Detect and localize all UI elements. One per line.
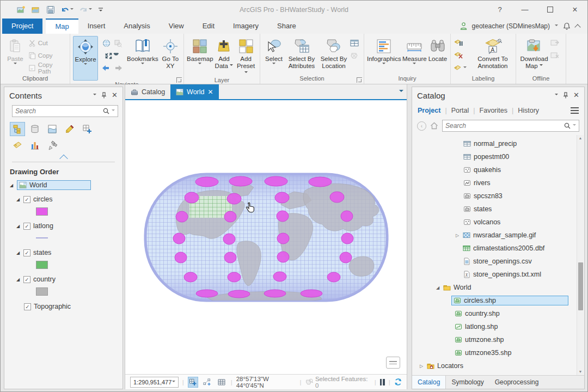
add-preset-button[interactable]: Add Preset xyxy=(235,36,257,76)
contents-menu-caret-icon[interactable] xyxy=(93,94,96,97)
scroll-down-icon[interactable]: ▼ xyxy=(577,369,584,375)
list-by-snapping-button[interactable] xyxy=(79,122,95,136)
catalog-item[interactable]: latlong.shp xyxy=(412,320,584,333)
view-tab-catalog[interactable]: Catalog xyxy=(125,84,170,99)
signed-in-user[interactable]: geoteacher (SDMinesMap) xyxy=(472,22,550,30)
layer-checkbox[interactable]: ✓ xyxy=(23,276,30,283)
basemap-button[interactable]: Basemap xyxy=(187,36,213,66)
search-options-caret-icon[interactable] xyxy=(112,109,115,113)
navigate-dialog-launcher-icon[interactable] xyxy=(176,77,182,83)
contents-search-box[interactable] xyxy=(12,105,118,117)
list-by-data-source-button[interactable] xyxy=(27,122,42,136)
list-by-perspective-button[interactable] xyxy=(45,138,60,152)
home-icon[interactable] xyxy=(430,122,438,130)
catalog-item[interactable]: rivers xyxy=(412,176,584,189)
tab-project[interactable]: Project xyxy=(2,19,42,34)
catalog-item[interactable]: country.shp xyxy=(412,307,584,320)
catalog-close-icon[interactable]: ✕ xyxy=(573,93,579,98)
bottom-tab-geoprocessing[interactable]: Geoprocessing xyxy=(489,376,544,389)
previous-extent-icon[interactable] xyxy=(101,65,110,71)
new-project-button[interactable] xyxy=(17,5,26,14)
contents-collapse-chevron-icon[interactable] xyxy=(10,155,117,162)
catalog-item-selected[interactable]: circles.shp xyxy=(412,294,584,307)
cut-button[interactable]: Cut xyxy=(28,38,67,48)
catalog-tab-project[interactable]: Project xyxy=(418,107,440,114)
infographics-button[interactable]: Infographics xyxy=(367,36,401,66)
list-by-editing-button[interactable] xyxy=(62,122,77,136)
catalog-item[interactable]: spcszn83 xyxy=(412,189,584,203)
more-labeling-button[interactable] xyxy=(454,63,472,74)
expand-icon[interactable]: ▷ xyxy=(455,233,460,238)
catalog-item[interactable]: climatestations2005.dbf xyxy=(412,242,584,255)
expand-icon[interactable]: ◢ xyxy=(435,285,440,290)
expand-icon[interactable]: ▷ xyxy=(419,364,424,369)
list-by-drawing-order-button[interactable] xyxy=(10,122,25,136)
redo-caret-icon[interactable] xyxy=(89,8,92,11)
catalog-item[interactable]: store_openings.txt.xml xyxy=(412,268,584,281)
fixed-zoom-icons[interactable] xyxy=(105,52,119,59)
scrollbar-thumb[interactable] xyxy=(578,262,583,310)
locate-button[interactable]: Locate xyxy=(428,36,448,63)
layer-checkbox[interactable]: ✓ xyxy=(23,196,30,203)
snapping-toggle-button[interactable] xyxy=(188,377,198,388)
pin-icon[interactable] xyxy=(563,92,568,99)
layer-row-circles[interactable]: ◢ ✓ circles xyxy=(4,193,122,205)
layer-row-latlong[interactable]: ◢ ✓ latlong xyxy=(4,220,122,232)
catalog-item[interactable]: store_openings.csv xyxy=(412,255,584,268)
tab-edit[interactable]: Edit xyxy=(193,19,224,34)
layer-row-states[interactable]: ◢ ✓ states xyxy=(4,247,122,259)
explore-button[interactable]: Explore xyxy=(73,36,98,81)
next-extent-icon[interactable] xyxy=(114,65,123,71)
tab-analysis[interactable]: Analysis xyxy=(114,19,159,34)
catalog-folder-locators[interactable]: ▷Locators xyxy=(412,359,584,372)
catalog-tab-favorites[interactable]: Favorites xyxy=(480,107,507,114)
tab-imagery[interactable]: Imagery xyxy=(224,19,268,34)
list-by-selection-button[interactable] xyxy=(45,122,60,136)
layer-row-country[interactable]: ◢ ✓ country xyxy=(4,273,122,285)
zoom-to-selection-icon[interactable] xyxy=(114,39,122,47)
catalog-scrollbar[interactable]: ▲ ▼ xyxy=(577,135,584,375)
copy-button[interactable]: Copy xyxy=(28,50,67,61)
close-view-icon[interactable]: ✕ xyxy=(208,89,213,95)
catalog-item[interactable]: utmzone.shp xyxy=(412,333,584,346)
catalog-item[interactable]: states xyxy=(412,203,584,216)
catalog-search-box[interactable] xyxy=(442,120,579,132)
save-project-button[interactable] xyxy=(46,5,55,14)
measure-button[interactable]: Measure xyxy=(402,36,427,66)
catalog-item[interactable]: normal_precip xyxy=(412,137,584,150)
bottom-tab-symbology[interactable]: Symbology xyxy=(446,376,489,389)
customize-qat-button[interactable] xyxy=(98,7,103,13)
bookmarks-button[interactable]: Bookmarks xyxy=(126,36,159,66)
maximize-button[interactable] xyxy=(537,1,562,19)
help-button[interactable]: ? xyxy=(487,1,512,19)
open-project-button[interactable] xyxy=(32,5,40,14)
catalog-folder-world[interactable]: ◢World xyxy=(412,281,584,294)
minimize-button[interactable]: — xyxy=(512,1,537,19)
list-by-labeling-button[interactable] xyxy=(10,138,25,152)
catalog-options-menu-icon[interactable] xyxy=(571,107,579,114)
scale-combobox[interactable]: 1:290,951,477 xyxy=(130,377,179,388)
tab-insert[interactable]: Insert xyxy=(78,19,115,34)
expand-icon[interactable]: ◢ xyxy=(15,277,21,282)
convert-to-annotation-button[interactable]: A Convert To Annotation xyxy=(473,36,512,69)
layer-row-world[interactable]: ◢ World xyxy=(4,179,122,191)
undo-button[interactable] xyxy=(61,6,74,14)
map-overlay-button[interactable] xyxy=(386,357,400,369)
download-map-button[interactable]: Download Map xyxy=(519,36,549,69)
select-by-location-button[interactable]: Select By Location xyxy=(318,36,349,69)
grid-view-button[interactable] xyxy=(216,377,226,388)
undo-caret-icon[interactable] xyxy=(70,8,74,11)
scroll-up-icon[interactable]: ▲ xyxy=(577,135,584,142)
view-tab-world[interactable]: World ✕ xyxy=(170,84,218,99)
attribute-table-button[interactable] xyxy=(350,38,359,48)
search-options-caret-icon[interactable] xyxy=(573,124,576,127)
map-canvas[interactable] xyxy=(125,100,407,374)
layer-checkbox[interactable]: ✓ xyxy=(23,223,30,230)
refresh-icon[interactable] xyxy=(394,378,402,386)
layer-checkbox[interactable]: ✓ xyxy=(24,303,31,310)
user-menu-caret-icon[interactable] xyxy=(555,24,558,28)
select-by-attributes-button[interactable]: Select By Attributes xyxy=(286,36,317,69)
layer-checkbox[interactable]: ✓ xyxy=(23,249,30,256)
expand-icon[interactable]: ◢ xyxy=(15,197,21,202)
contents-close-icon[interactable]: ✕ xyxy=(112,93,118,98)
